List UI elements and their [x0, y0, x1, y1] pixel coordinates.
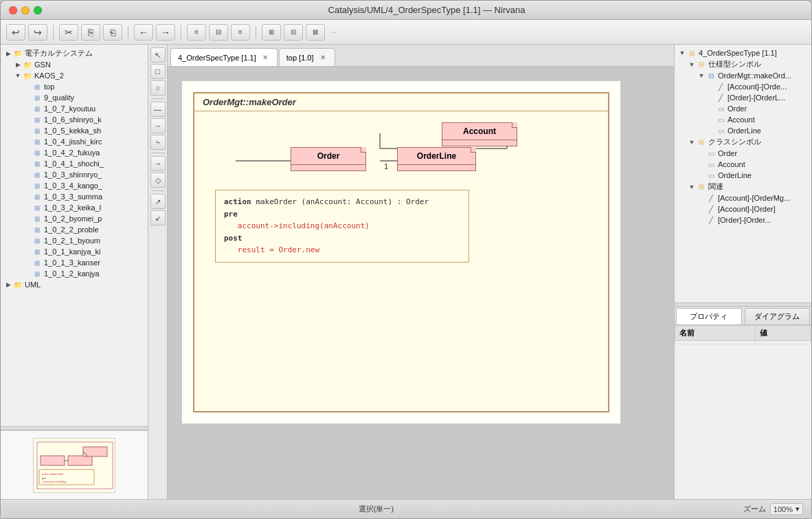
- rtree-order-orderl[interactable]: ╱ [Order]-[OrderL...: [675, 92, 811, 103]
- rlabel-class-orderline: OrderLine: [718, 171, 752, 179]
- rtoggle-kansen[interactable]: ▼: [687, 182, 697, 192]
- class-order-name: Order: [291, 148, 365, 165]
- rtree-rel-order-orderl[interactable]: ╱ [Order]-[Order...: [675, 214, 811, 225]
- tool-northeast[interactable]: ↗: [150, 194, 166, 209]
- toggle-denshi[interactable]: ▶: [3, 49, 13, 58]
- tree-item-shochi[interactable]: ⊞ 1_0_4_1_shochi_: [1, 158, 148, 169]
- file-icon-kango: ⊞: [32, 181, 42, 190]
- forward-button[interactable]: →: [156, 24, 175, 41]
- rtoggle-class-simbol[interactable]: ▼: [687, 137, 697, 147]
- right-tab-properties[interactable]: プロパティ: [676, 308, 742, 324]
- class-orderline-name: OrderLine: [398, 148, 475, 165]
- tree-item-kanjya2[interactable]: ⊞ 1_0_1_2_kanjya: [1, 268, 148, 279]
- tree-item-shinnryo[interactable]: ⊞ 1_0_3_shinnryo_: [1, 169, 148, 180]
- rtree-class-simbol[interactable]: ▼ ⊞ クラスシンボル: [675, 136, 811, 148]
- right-tree[interactable]: ▼ ⊞ 4_OrderSpecType [1.1] ▼ ⊞ 仕様型シンボル ▼ …: [675, 45, 811, 302]
- tree-item-keika[interactable]: ⊞ 1_0_3_2_keika_l: [1, 202, 148, 213]
- rtree-account-item[interactable]: ▭ Account: [675, 114, 811, 125]
- rtoggle-orderspectype[interactable]: ▼: [677, 48, 687, 58]
- rtree-class-orderline[interactable]: ▭ OrderLine: [675, 170, 811, 181]
- layout-btn-3[interactable]: ⊠: [306, 24, 325, 41]
- undo-button[interactable]: ↩: [6, 24, 25, 41]
- close-button[interactable]: [9, 6, 17, 14]
- tool-rectangle[interactable]: □: [150, 64, 166, 79]
- cut-button[interactable]: ✂: [59, 24, 78, 41]
- align-right-button[interactable]: ≡: [231, 24, 250, 41]
- tool-curved-arrow[interactable]: ⤷: [150, 135, 166, 150]
- canvas-area[interactable]: OrderMgt::makeOrder 1: [168, 67, 674, 499]
- rtree-account-order[interactable]: ╱ [Account]-[Orde...: [675, 81, 811, 92]
- align-left-button[interactable]: ≡: [187, 24, 206, 41]
- tree-item-top[interactable]: ⊞ top: [1, 81, 148, 92]
- zoom-control[interactable]: 100% ▾: [770, 503, 803, 515]
- toolbar-sep-4: [256, 25, 256, 39]
- tree-item-kanser[interactable]: ⊞ 1_0_1_3_kanser: [1, 257, 148, 268]
- tree-item-quality[interactable]: ⊞ 9_quality: [1, 92, 148, 103]
- tree-item-byoum[interactable]: ⊞ 1_0_2_1_byoum: [1, 235, 148, 246]
- tool-circle[interactable]: ○: [150, 80, 166, 96]
- tabs-bar: 4_OrderSpecType [1.1] ✕ top [1.0] ✕: [168, 45, 674, 67]
- toggle-uml[interactable]: ▶: [3, 280, 13, 289]
- rtree-orderline-item[interactable]: ▭ OrderLine: [675, 125, 811, 136]
- right-tab-diagram[interactable]: ダイアグラム: [745, 308, 811, 324]
- redo-button[interactable]: ↪: [28, 24, 47, 41]
- rtree-ordermgt[interactable]: ▼ ⊟ OrderMgt::makeOrd...: [675, 70, 811, 81]
- tool-arrow[interactable]: →: [150, 118, 166, 133]
- rtree-orderspectype[interactable]: ▼ ⊞ 4_OrderSpecType [1.1]: [675, 47, 811, 58]
- rtoggle-shiyougata[interactable]: ▼: [687, 60, 697, 69]
- tab-top-close[interactable]: ✕: [318, 53, 328, 63]
- layout-btn-1[interactable]: ⊞: [262, 24, 281, 41]
- maximize-button[interactable]: [34, 6, 42, 14]
- folder-icon-denshi: 📁: [13, 49, 23, 58]
- align-center-button[interactable]: ⊟: [209, 24, 228, 41]
- back-button[interactable]: ←: [134, 24, 153, 41]
- tool-southwest[interactable]: ↙: [150, 210, 166, 225]
- rtree-shiyougata[interactable]: ▼ ⊞ 仕様型シンボル: [675, 58, 811, 70]
- file-icon-jisshi: ⊞: [32, 137, 42, 146]
- tree-item-shinryo[interactable]: ⊞ 1_0_6_shinryo_k: [1, 114, 148, 125]
- rtree-rel-account-order[interactable]: ╱ [Account]-[Order]: [675, 203, 811, 214]
- tab-top[interactable]: top [1.0] ✕: [279, 48, 335, 66]
- tree-item-gsn[interactable]: ▶ 📁 GSN: [1, 59, 148, 70]
- class-orderline[interactable]: OrderLine: [397, 147, 476, 171]
- rtoggle-ordermgt[interactable]: ▼: [697, 71, 706, 80]
- tree-item-kaos2[interactable]: ▼ 📁 KAOS_2: [1, 70, 148, 81]
- left-sidebar: ▶ 📁 電子カルテシステム ▶ 📁 GSN ▼ 📁 KAOS_2 ⊞: [1, 45, 148, 499]
- minimize-button[interactable]: [21, 6, 30, 14]
- tab-orderspectype[interactable]: 4_OrderSpecType [1.1] ✕: [170, 48, 278, 66]
- label-quality: 9_quality: [44, 93, 74, 102]
- class-order[interactable]: Order: [291, 147, 366, 171]
- tool-dashed[interactable]: ⇢: [150, 156, 166, 171]
- tab-orderspectype-close[interactable]: ✕: [260, 53, 270, 63]
- tree-item-kyoutuu[interactable]: ⊞ 1_0_7_kyoutuu: [1, 103, 148, 114]
- layout-btn-2[interactable]: ⊟: [284, 24, 303, 41]
- class-account[interactable]: Account: [442, 122, 517, 146]
- tree-item-kanjyaki[interactable]: ⊞ 1_0_1_kanjya_ki: [1, 246, 148, 257]
- rtree-rel-account-ordermg[interactable]: ╱ [Account]-[OrderMg...: [675, 192, 811, 203]
- tool-select[interactable]: ↖: [150, 47, 166, 63]
- paste-button[interactable]: ⎗: [103, 24, 122, 41]
- rtree-kansen[interactable]: ▼ ⊞ 関連: [675, 181, 811, 192]
- note-keyword-pre: pre: [224, 210, 238, 219]
- rtree-order-item[interactable]: ▭ Order: [675, 103, 811, 114]
- tree-item-kekka[interactable]: ⊞ 1_0_5_kekka_sh: [1, 125, 148, 136]
- rtree-class-account[interactable]: ▭ Account: [675, 159, 811, 170]
- tree-item-denshi[interactable]: ▶ 📁 電子カルテシステム: [1, 47, 148, 59]
- rlabel-orderline-item: OrderLine: [728, 126, 761, 135]
- file-icon-shinryo: ⊞: [32, 115, 42, 124]
- copy-button[interactable]: ⎘: [81, 24, 100, 41]
- toggle-kaos2[interactable]: ▼: [13, 71, 23, 80]
- rtree-class-order[interactable]: ▭ Order: [675, 148, 811, 159]
- left-tree-panel[interactable]: ▶ 📁 電子カルテシステム ▶ 📁 GSN ▼ 📁 KAOS_2 ⊞: [1, 45, 148, 426]
- label-uml: UML: [25, 280, 41, 289]
- tree-item-uml[interactable]: ▶ 📁 UML: [1, 279, 148, 290]
- tool-diamond[interactable]: ◇: [150, 173, 166, 188]
- tool-line[interactable]: —: [150, 102, 166, 117]
- tree-item-proble[interactable]: ⊞ 1_0_2_2_proble: [1, 224, 148, 235]
- tree-item-fukuya[interactable]: ⊞ 1_0_4_2_fukuya: [1, 147, 148, 158]
- tree-item-kango[interactable]: ⊞ 1_0_3_4_kango_: [1, 180, 148, 191]
- tree-item-byomei[interactable]: ⊞ 1_0_2_byomei_p: [1, 213, 148, 224]
- toggle-gsn[interactable]: ▶: [13, 60, 23, 69]
- tree-item-jisshi[interactable]: ⊞ 1_0_4_jisshi_kirc: [1, 136, 148, 147]
- tree-item-summa[interactable]: ⊞ 1_0_3_3_summa: [1, 191, 148, 202]
